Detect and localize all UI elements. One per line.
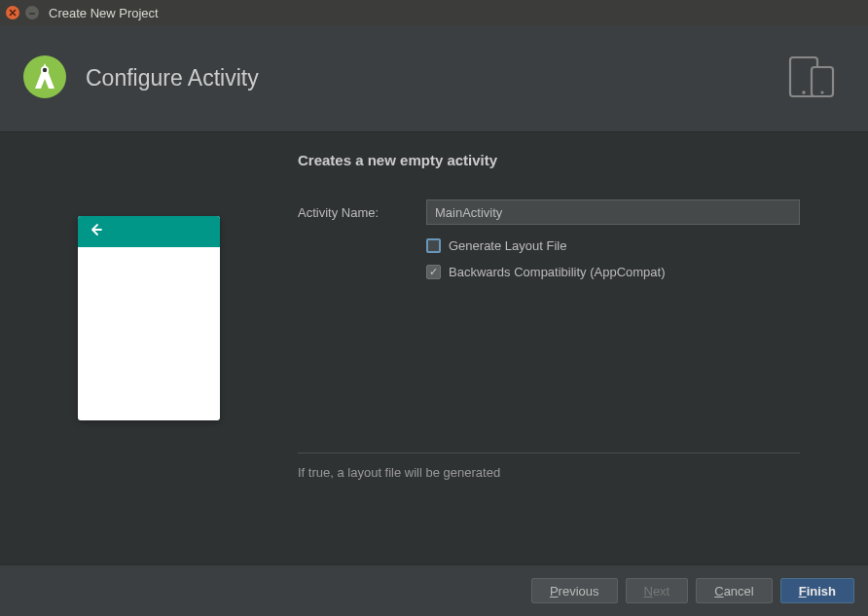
svg-point-2 [43, 67, 47, 71]
backwards-compat-checkbox[interactable]: ✓ [426, 265, 441, 279]
window-titlebar: Create New Project [0, 0, 868, 25]
wizard-content: Creates a new empty activity Activity Na… [0, 132, 868, 564]
back-arrow-icon [88, 222, 103, 241]
activity-name-row: Activity Name: [298, 199, 800, 225]
separator [298, 453, 800, 453]
backwards-compat-label: Backwards Compatibility (AppCompat) [449, 265, 666, 279]
cancel-button[interactable]: Cancel [696, 578, 772, 603]
activity-preview [78, 216, 220, 420]
generate-layout-checkbox[interactable] [426, 238, 441, 253]
android-studio-icon [21, 54, 68, 104]
svg-point-4 [802, 91, 806, 94]
backwards-compat-row[interactable]: ✓ Backwards Compatibility (AppCompat) [426, 265, 800, 279]
page-title: Configure Activity [86, 65, 259, 91]
next-button: Next [626, 578, 689, 603]
form-pane: Creates a new empty activity Activity Na… [298, 132, 868, 564]
wizard-footer: Previous Next Cancel Finish [0, 564, 868, 616]
hint-text: If true, a layout file will be generated [298, 465, 800, 480]
devices-icon [784, 54, 839, 104]
svg-point-6 [820, 91, 823, 93]
wizard-header: Configure Activity [0, 25, 868, 132]
close-window-button[interactable] [6, 6, 19, 19]
previous-button[interactable]: Previous [531, 578, 618, 603]
preview-appbar [78, 216, 220, 247]
minimize-window-button[interactable] [25, 6, 39, 19]
activity-name-input[interactable] [426, 199, 800, 225]
preview-pane [0, 132, 298, 564]
section-title: Creates a new empty activity [298, 152, 800, 168]
generate-layout-label: Generate Layout File [449, 238, 566, 253]
finish-button[interactable]: Finish [780, 578, 854, 603]
generate-layout-row[interactable]: Generate Layout File [426, 238, 800, 253]
activity-name-label: Activity Name: [298, 205, 426, 220]
window-title: Create New Project [49, 6, 159, 20]
